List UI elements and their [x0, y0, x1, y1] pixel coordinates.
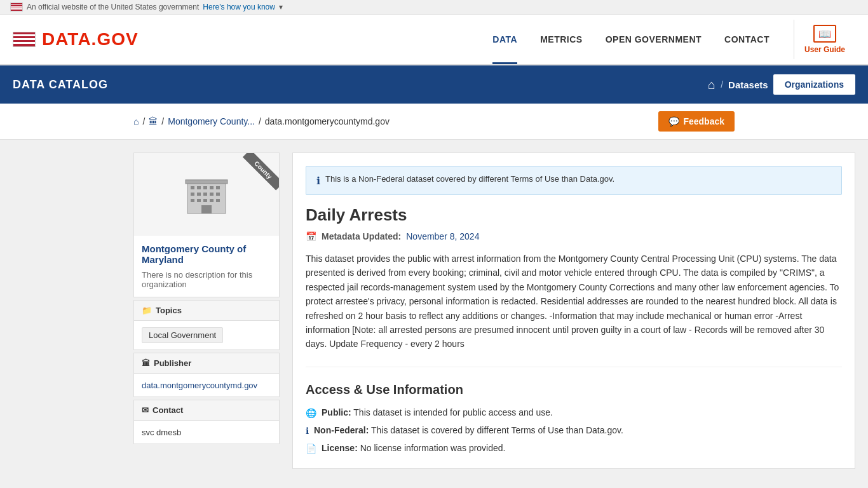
user-guide-label: User Guide: [804, 45, 845, 54]
metadata-date: November 8, 2024: [406, 231, 479, 241]
svg-rect-9: [203, 193, 207, 196]
svg-rect-17: [201, 205, 212, 214]
logo-gov: .GOV: [92, 29, 139, 49]
breadcrumb-current: data.montgomerycountymd.gov: [265, 116, 390, 126]
publisher-label: Publisher: [154, 358, 191, 368]
gov-banner-text: An official website of the United States…: [27, 3, 199, 11]
site-header: DATA.GOV DATA METRICS OPEN GOVERNMENT CO…: [0, 15, 868, 65]
breadcrumb-home-icon[interactable]: ⌂: [133, 116, 139, 126]
catalog-home-icon[interactable]: ⌂: [708, 78, 715, 92]
feedback-button[interactable]: 💬 Feedback: [658, 111, 735, 132]
org-logo-area: County: [134, 153, 279, 236]
nav-open-government[interactable]: OPEN GOVERNMENT: [594, 15, 713, 64]
non-federal-icon: ℹ: [306, 424, 309, 438]
access-items: 🌐 Public: This dataset is intended for p…: [306, 406, 842, 456]
logo-flag-icon: [13, 32, 36, 47]
contact-name: svc dmesb: [142, 428, 181, 437]
breadcrumb-sep3: /: [259, 116, 261, 126]
publisher-section: 🏛 Publisher data.montgomerycountymd.gov: [133, 353, 280, 397]
access-public-body: This dataset is intended for public acce…: [353, 407, 553, 417]
access-section-title: Access & Use Information: [306, 383, 842, 397]
nav-contact[interactable]: CONTACT: [713, 15, 781, 64]
catalog-datasets-link[interactable]: Datasets: [728, 79, 768, 90]
svg-rect-3: [197, 186, 201, 189]
nav-metrics[interactable]: METRICS: [529, 15, 594, 64]
breadcrumb-sep1: /: [142, 116, 145, 126]
sidebar: County Montgomery County of Maryland The…: [133, 152, 280, 469]
non-federal-banner-text: This is a Non-Federal dataset covered by…: [325, 174, 614, 184]
svg-rect-14: [203, 199, 207, 202]
dropdown-arrow-icon: ▾: [279, 3, 283, 11]
metadata-line: 📅 Metadata Updated: November 8, 2024: [306, 231, 842, 241]
org-card: County Montgomery County of Maryland The…: [133, 152, 280, 297]
svg-rect-12: [191, 199, 194, 202]
org-desc: There is no description for this organiz…: [134, 268, 279, 297]
access-nonfederal-body: This dataset is covered by different Ter…: [371, 425, 623, 435]
svg-rect-7: [191, 193, 194, 196]
contact-label: Contact: [153, 405, 183, 415]
dataset-description: This dataset provides the public with ar…: [306, 252, 842, 367]
catalog-title: DATA CATALOG: [13, 78, 108, 92]
calendar-icon: 📅: [306, 231, 316, 241]
user-guide-button[interactable]: 📖 User Guide: [794, 20, 855, 59]
topic-local-government[interactable]: Local Government: [142, 327, 223, 343]
breadcrumb: ⌂ / 🏛 / Montgomery County... / data.mont…: [133, 116, 390, 126]
catalog-bar: DATA CATALOG ⌂ / Datasets Organizations: [0, 65, 868, 104]
access-nonfederal-bold: Non-Federal:: [314, 425, 369, 435]
license-doc-icon: 📄: [306, 442, 316, 456]
logo-data: DATA: [42, 29, 92, 49]
publisher-building-icon: 🏛: [142, 358, 150, 368]
svg-rect-5: [210, 186, 214, 189]
metadata-label: Metadata Updated:: [322, 231, 401, 241]
logo-text: DATA.GOV: [42, 29, 139, 50]
access-public-text: Public: This dataset is intended for pub…: [322, 406, 553, 419]
svg-rect-6: [216, 186, 220, 189]
dataset-title: Daily Arrests: [306, 205, 842, 225]
breadcrumb-org-link[interactable]: Montgomery County...: [168, 116, 255, 126]
topics-label: Topics: [156, 306, 182, 315]
svg-rect-4: [203, 186, 207, 189]
globe-icon: 🌐: [306, 407, 316, 420]
svg-rect-15: [210, 199, 214, 202]
publisher-link[interactable]: data.montgomerycountymd.gov: [142, 381, 257, 390]
feedback-label: Feedback: [683, 116, 724, 126]
contact-header: ✉ Contact: [134, 400, 279, 421]
svg-rect-2: [191, 186, 194, 189]
topics-folder-icon: 📁: [142, 306, 152, 315]
user-guide-icon: 📖: [813, 25, 836, 43]
us-flag-icon: [10, 3, 23, 11]
info-icon: ℹ: [316, 175, 320, 187]
dataset-panel: ℹ This is a Non-Federal dataset covered …: [292, 152, 855, 469]
contact-body: svc dmesb: [134, 421, 279, 444]
svg-rect-8: [197, 193, 201, 196]
main-nav: DATA METRICS OPEN GOVERNMENT CONTACT: [481, 15, 781, 64]
county-ribbon: County: [242, 152, 280, 191]
topics-section: 📁 Topics Local Government: [133, 300, 280, 350]
access-license-bold: License:: [322, 443, 358, 453]
svg-rect-16: [216, 199, 220, 202]
svg-rect-11: [216, 193, 220, 196]
access-license-text: License: No license information was prov…: [322, 442, 505, 455]
gov-banner: An official website of the United States…: [0, 0, 868, 15]
catalog-sep: /: [721, 79, 723, 90]
org-building-icon: [181, 169, 232, 220]
breadcrumb-bar: ⌂ / 🏛 / Montgomery County... / data.mont…: [0, 104, 868, 140]
contact-email-icon: ✉: [142, 405, 149, 415]
contact-section: ✉ Contact svc dmesb: [133, 400, 280, 444]
nav-data[interactable]: DATA: [481, 15, 529, 64]
publisher-body: data.montgomerycountymd.gov: [134, 374, 279, 396]
svg-rect-1: [186, 180, 227, 184]
non-federal-banner: ℹ This is a Non-Federal dataset covered …: [306, 166, 842, 195]
access-item-license: 📄 License: No license information was pr…: [306, 442, 842, 456]
access-item-public: 🌐 Public: This dataset is intended for p…: [306, 406, 842, 420]
site-logo[interactable]: DATA.GOV: [13, 29, 481, 50]
catalog-nav: ⌂ / Datasets Organizations: [708, 74, 855, 95]
access-item-nonfederal: ℹ Non-Federal: This dataset is covered b…: [306, 424, 842, 438]
access-nonfederal-text: Non-Federal: This dataset is covered by …: [314, 424, 623, 437]
breadcrumb-building-icon[interactable]: 🏛: [149, 116, 158, 126]
how-you-know-link[interactable]: Here's how you know: [203, 3, 275, 11]
main-content: County Montgomery County of Maryland The…: [0, 140, 868, 482]
svg-rect-10: [210, 193, 214, 196]
svg-rect-13: [197, 199, 201, 202]
organizations-button[interactable]: Organizations: [773, 74, 855, 95]
